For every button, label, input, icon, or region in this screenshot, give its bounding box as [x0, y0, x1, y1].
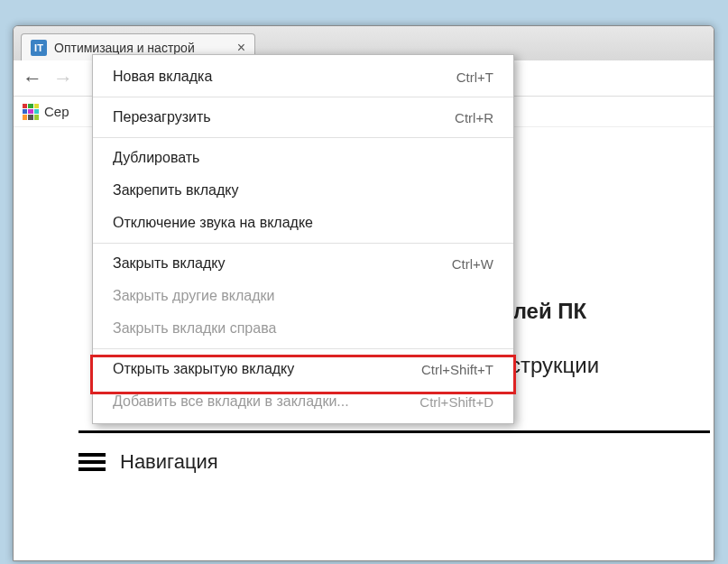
navigation-label: Навигация — [120, 450, 218, 474]
menu-item-label: Открыть закрытую вкладку — [113, 361, 294, 377]
apps-icon[interactable] — [23, 104, 39, 120]
menu-item-shortcut: Ctrl+T — [456, 69, 493, 85]
menu-item-label: Закрыть другие вкладки — [113, 288, 274, 304]
menu-item-shortcut: Ctrl+W — [452, 256, 493, 272]
menu-separator — [93, 243, 513, 244]
menu-item[interactable]: Закрыть вкладкуCtrl+W — [93, 247, 513, 280]
back-button[interactable]: ← — [23, 67, 42, 90]
menu-item-label: Добавить все вкладки в закладки... — [113, 393, 349, 410]
menu-item[interactable]: Дублировать — [93, 142, 513, 174]
menu-item[interactable]: Открыть закрытую вкладкуCtrl+Shift+T — [93, 353, 513, 385]
menu-item-label: Отключение звука на вкладке — [113, 215, 313, 231]
menu-item: Добавить все вкладки в закладки...Ctrl+S… — [93, 385, 513, 418]
menu-item[interactable]: Закрепить вкладку — [93, 174, 513, 207]
menu-item-shortcut: Ctrl+R — [455, 110, 493, 125]
close-icon[interactable]: × — [237, 40, 245, 56]
menu-item-label: Закрыть вкладку — [113, 255, 226, 272]
menu-item-label: Закрыть вкладки справа — [113, 320, 276, 337]
menu-item: Закрыть вкладки справа — [93, 312, 513, 345]
menu-item-shortcut: Ctrl+Shift+D — [419, 394, 493, 410]
hamburger-icon — [78, 453, 106, 471]
menu-item-label: Закрепить вкладку — [113, 182, 239, 199]
menu-separator — [93, 97, 513, 97]
menu-separator — [93, 137, 513, 138]
menu-item[interactable]: Отключение звука на вкладке — [93, 207, 513, 239]
tab-favicon: IT — [31, 40, 47, 56]
tab-title: Оптимизация и настрой — [54, 41, 230, 55]
menu-separator — [93, 348, 513, 349]
forward-button: → — [53, 67, 73, 90]
menu-item-label: Перезагрузить — [113, 109, 211, 125]
menu-item-shortcut: Ctrl+Shift+T — [421, 362, 493, 377]
menu-item[interactable]: Новая вкладкаCtrl+T — [93, 60, 513, 93]
site-navigation[interactable]: Навигация — [78, 450, 218, 474]
tab-context-menu: Новая вкладкаCtrl+TПерезагрузитьCtrl+RДу… — [92, 54, 514, 424]
menu-item[interactable]: ПерезагрузитьCtrl+R — [93, 101, 513, 134]
menu-item: Закрыть другие вкладки — [93, 280, 513, 312]
bookmark-label[interactable]: Сер — [44, 104, 69, 119]
content-divider — [78, 430, 710, 433]
menu-item-label: Новая вкладка — [113, 69, 212, 85]
menu-item-label: Дублировать — [113, 150, 199, 166]
